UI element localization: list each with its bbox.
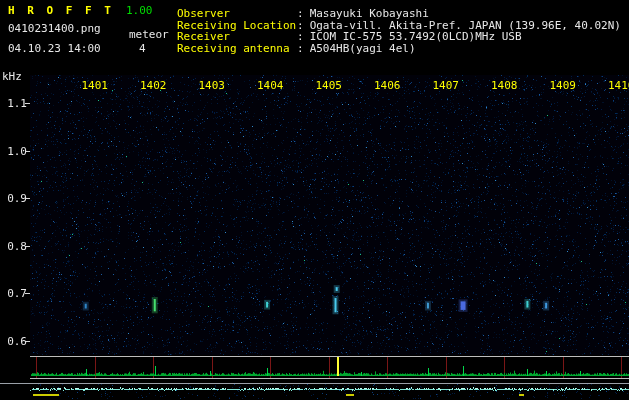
app-title: H R O F F T (8, 4, 114, 17)
freq-tick-label: 1.1 (3, 97, 27, 110)
info-separator: : (297, 42, 310, 55)
freq-tick-label: 0.9 (3, 192, 27, 205)
time-tick-label: 1408 (491, 79, 518, 92)
freq-tick-label: 0.8 (3, 240, 27, 253)
datetime-label: 04.10.23 14:00 (8, 42, 101, 55)
hrofft-screen: H R O F F T 1.00 0410231400.png meteor 0… (0, 0, 629, 400)
observation-info-line: Receiving antenna:A504HB(yagi 4el) (177, 42, 416, 55)
time-tick-label: 1409 (550, 79, 577, 92)
freq-tick-label: 0.7 (3, 287, 27, 300)
time-tick-label: 1406 (374, 79, 401, 92)
mode-label: meteor (129, 28, 169, 41)
time-tick-label: 1402 (140, 79, 167, 92)
time-tick-label: 1410 (608, 79, 629, 92)
app-version: 1.00 (126, 4, 153, 17)
time-tick-label: 1401 (82, 79, 109, 92)
freq-tick-label: 0.6 (3, 335, 27, 348)
echo-count: 4 (139, 42, 146, 55)
spectrogram-plot (0, 0, 629, 400)
time-tick-label: 1407 (433, 79, 460, 92)
time-tick-label: 1403 (199, 79, 226, 92)
output-filename: 0410231400.png (8, 22, 101, 35)
info-value: A504HB(yagi 4el) (310, 42, 416, 55)
time-tick-label: 1404 (257, 79, 284, 92)
time-tick-label: 1405 (316, 79, 343, 92)
freq-unit-label: kHz (2, 70, 22, 83)
freq-tick-label: 1.0 (3, 145, 27, 158)
info-label: Receiving antenna (177, 42, 297, 55)
